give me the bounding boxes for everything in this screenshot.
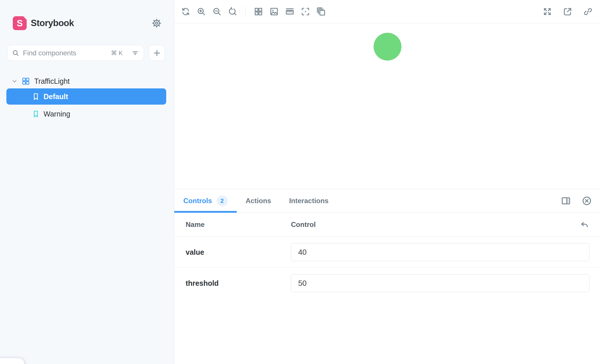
search-box[interactable]: ⌘ K [7,45,144,61]
search-shortcut: ⌘ K [111,50,123,57]
filter-button[interactable] [131,49,139,57]
toolbar-left-group [180,6,327,17]
tab-interactions-label: Interactions [289,197,329,205]
toolbar-divider [245,6,246,17]
panel-tab-actions [560,195,592,206]
canvas-toolbar [174,0,601,23]
layers-button[interactable] [316,6,327,17]
close-panel-button[interactable] [581,195,592,206]
open-external-icon [563,7,573,17]
tab-actions-label: Actions [246,197,271,205]
layers-icon [316,7,326,17]
bookmark-icon [32,93,40,101]
create-story-button[interactable] [149,45,165,61]
settings-button[interactable] [151,17,162,29]
grid-toggle-button[interactable] [253,6,264,17]
copy-link-icon [583,7,593,17]
tab-controls[interactable]: Controls 2 [183,195,228,206]
bottom-left-popover-corner [0,358,24,364]
close-panel-icon [582,196,592,206]
measure-button[interactable] [284,6,295,17]
reset-controls-icon [580,220,589,230]
search-input[interactable] [22,49,111,57]
tab-interactions[interactable]: Interactions [289,197,329,205]
logo-letter: S [17,19,23,28]
fullscreen-button[interactable] [542,6,553,17]
reset-zoom-button[interactable] [227,6,238,17]
control-row-value: value [174,237,601,268]
zoom-in-icon [196,7,206,17]
control-name: value [186,248,204,256]
toolbar-right-group [542,6,593,17]
grid-icon [254,7,263,17]
zoom-out-button[interactable] [211,6,222,17]
storybook-logo: S [13,16,27,30]
bookmark-icon [32,110,40,118]
story-label: Default [44,92,68,101]
search-row: ⌘ K [7,45,165,61]
tab-controls-label: Controls [183,197,212,205]
sidebar: S Storybook ⌘ K [0,0,174,364]
component-icon [21,77,30,85]
active-tab-underline [174,211,237,213]
controls-table-header: Name Control [174,213,601,237]
logo-bookmark-notch [23,16,27,20]
panel-tabs: Controls 2 Actions Interactions [174,189,601,213]
panel-position-icon [561,196,571,206]
measure-icon [285,7,295,17]
traffic-light-circle [374,33,401,61]
background-button[interactable] [269,6,280,17]
brand-title: Storybook [31,18,74,28]
background-image-icon [269,7,279,17]
story-label: Warning [44,110,70,118]
tree-item-trafficlight[interactable]: TrafficLight [0,74,174,88]
outline-button[interactable] [300,6,311,17]
control-row-threshold: threshold [174,268,601,299]
outline-icon [300,7,310,17]
zoom-out-icon [212,7,222,17]
filter-icon [131,49,139,57]
remount-icon [181,7,191,17]
component-tree: TrafficLight Default Warning [0,74,174,122]
plus-icon [153,49,161,57]
gear-icon [151,18,162,28]
chevron-down-icon [11,78,18,85]
reset-zoom-icon [228,7,238,17]
story-item-default[interactable]: Default [6,88,166,105]
story-item-warning[interactable]: Warning [6,106,166,122]
zoom-in-button[interactable] [196,6,207,17]
open-external-button[interactable] [562,6,573,17]
header-control: Control [291,221,316,229]
controls-count-badge: 2 [217,195,228,206]
tab-actions[interactable]: Actions [246,197,271,205]
header-name: Name [186,221,204,228]
panel-position-button[interactable] [560,195,571,206]
component-label: TrafficLight [34,77,70,85]
copy-link-button[interactable] [582,6,593,17]
value-input[interactable] [291,243,589,261]
reset-controls-button[interactable] [580,220,589,230]
threshold-input[interactable] [291,274,589,292]
remount-button[interactable] [180,6,191,17]
control-name: threshold [186,279,219,287]
fullscreen-icon [542,7,552,17]
brand: S Storybook [13,16,74,30]
addon-panel: Controls 2 Actions Interactions [174,189,601,364]
search-icon [12,49,19,57]
storybook-app: S Storybook ⌘ K [0,0,601,364]
